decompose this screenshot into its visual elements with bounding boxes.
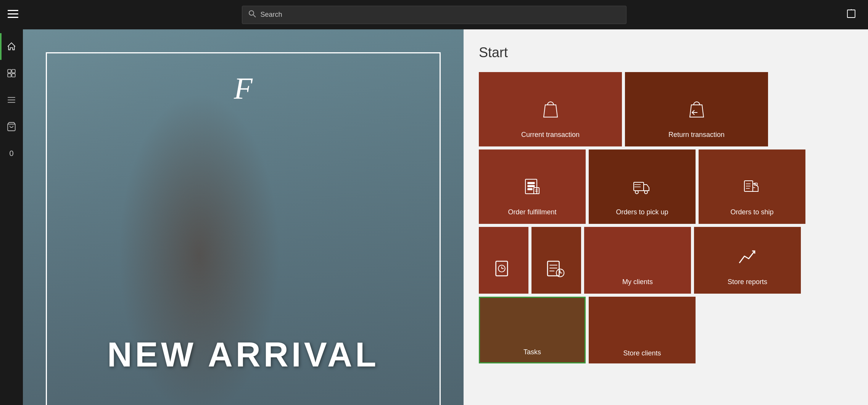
tile-row-4: Tasks Store clients bbox=[479, 297, 853, 363]
store-clients-label: Store clients bbox=[623, 349, 661, 357]
svg-point-23 bbox=[635, 191, 638, 194]
store-reports-label: Store reports bbox=[728, 278, 767, 286]
search-bar[interactable]: Search bbox=[242, 6, 626, 24]
sidebar-item-menu[interactable] bbox=[0, 87, 23, 113]
page-title: Start bbox=[479, 45, 853, 61]
svg-rect-16 bbox=[528, 182, 535, 184]
hero-banner-text: NEW ARRIVAL bbox=[23, 335, 464, 374]
tile-order-fulfillment[interactable]: Order fulfillment bbox=[479, 149, 586, 224]
svg-rect-1 bbox=[8, 13, 18, 14]
svg-rect-5 bbox=[847, 10, 855, 18]
tile-store-reports[interactable]: Store reports bbox=[694, 227, 801, 294]
svg-rect-17 bbox=[528, 185, 535, 187]
sidebar: 0 bbox=[0, 29, 23, 405]
tile-row-3: My clients Store reports bbox=[479, 227, 853, 294]
svg-rect-9 bbox=[8, 74, 11, 77]
sidebar-item-products[interactable] bbox=[0, 60, 23, 87]
tasks-label: Tasks bbox=[523, 348, 541, 356]
order-fulfillment-label: Order fulfillment bbox=[508, 208, 556, 216]
svg-rect-8 bbox=[12, 69, 15, 73]
list-clock-icon bbox=[546, 259, 567, 284]
current-transaction-label: Current transaction bbox=[521, 131, 580, 139]
chart-up-icon bbox=[737, 247, 758, 272]
sidebar-item-counter[interactable]: 0 bbox=[0, 140, 23, 167]
svg-rect-0 bbox=[8, 10, 18, 11]
shopping-bag-icon bbox=[540, 100, 561, 125]
tile-tasks[interactable]: Tasks bbox=[479, 297, 586, 363]
my-clients-label: My clients bbox=[622, 278, 653, 286]
notification-icon[interactable] bbox=[846, 8, 857, 21]
orders-truck-icon bbox=[631, 177, 653, 202]
return-bag-icon bbox=[686, 100, 707, 125]
svg-rect-36 bbox=[548, 261, 559, 276]
top-bar: Search bbox=[0, 0, 868, 29]
search-icon bbox=[248, 10, 256, 19]
svg-rect-7 bbox=[8, 69, 11, 73]
svg-point-3 bbox=[249, 11, 254, 15]
hamburger-icon[interactable] bbox=[8, 10, 18, 20]
tile-orders-ship[interactable]: Orders to ship bbox=[699, 149, 805, 224]
orders-pickup-label: Orders to pick up bbox=[616, 208, 668, 216]
main-layout: 0 F NEW ARRIVAL Start bbox=[0, 29, 868, 405]
sidebar-item-cart[interactable] bbox=[0, 113, 23, 140]
sidebar-item-home[interactable] bbox=[0, 33, 23, 60]
tile-my-clients[interactable]: My clients bbox=[584, 227, 691, 294]
tile-small-2[interactable] bbox=[531, 227, 581, 294]
tile-orders-pickup[interactable]: Orders to pick up bbox=[589, 149, 696, 224]
tile-row-1: Current transaction Return transaction bbox=[479, 72, 853, 146]
tile-row-2: Order fulfillment Orders bbox=[479, 149, 853, 224]
tile-current-transaction[interactable]: Current transaction bbox=[479, 72, 622, 146]
svg-rect-18 bbox=[528, 188, 532, 190]
hero-area: F NEW ARRIVAL bbox=[23, 29, 464, 405]
search-input-label: Search bbox=[261, 11, 282, 19]
svg-line-4 bbox=[253, 15, 256, 17]
svg-rect-22 bbox=[634, 182, 644, 191]
return-transaction-label: Return transaction bbox=[668, 131, 725, 139]
orders-ship-icon bbox=[741, 177, 763, 202]
svg-rect-10 bbox=[12, 74, 15, 77]
svg-rect-2 bbox=[8, 17, 18, 18]
clock-doc-icon bbox=[493, 259, 514, 284]
hero-logo: F bbox=[234, 71, 253, 106]
tile-small-1[interactable] bbox=[479, 227, 528, 294]
order-doc-icon bbox=[522, 177, 543, 202]
tile-return-transaction[interactable]: Return transaction bbox=[625, 72, 768, 146]
tile-grid: Current transaction Return transaction bbox=[479, 72, 853, 363]
tile-store-clients[interactable]: Store clients bbox=[589, 297, 696, 363]
orders-ship-label: Orders to ship bbox=[730, 208, 773, 216]
hero-background: F NEW ARRIVAL bbox=[23, 29, 464, 405]
svg-point-24 bbox=[644, 191, 647, 194]
right-panel: Start Current transaction bbox=[464, 29, 868, 405]
